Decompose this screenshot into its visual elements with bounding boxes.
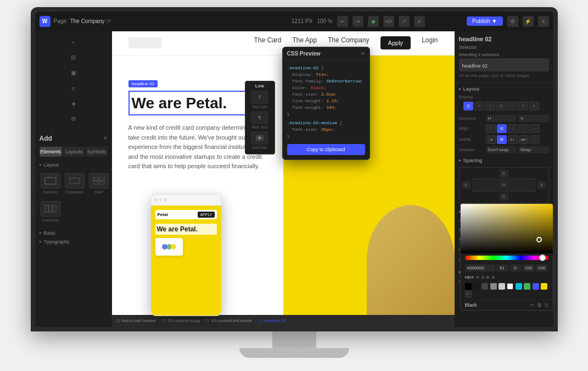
element-grid[interactable]: Grid [88, 171, 110, 197]
swatch-add[interactable]: + [465, 291, 472, 297]
element-columns[interactable]: Columns [40, 199, 61, 225]
link-item-text[interactable]: T Text Link [248, 91, 272, 109]
swatch-mid[interactable] [490, 283, 497, 290]
display-inline-btn[interactable]: ≡ [474, 102, 484, 110]
justify-center-btn[interactable]: ⊞ [497, 135, 507, 144]
publish-button[interactable]: Publish ▼ [467, 16, 502, 26]
swatch-green[interactable] [524, 283, 530, 290]
display-a2-btn[interactable]: a [529, 102, 539, 110]
align-base-btn[interactable]: — [530, 124, 540, 133]
a-mode-btn[interactable]: A [491, 275, 494, 280]
copy-to-clipboard-button[interactable]: Copy to clipboard [287, 144, 365, 155]
swatch-light[interactable] [499, 283, 505, 290]
settings-icon[interactable]: ⚙ [507, 16, 518, 27]
hex-input[interactable] [465, 264, 495, 272]
preview-btn[interactable]: ↗ [399, 16, 410, 27]
basic-section-header[interactable]: Basic [40, 230, 108, 236]
swatch-gray[interactable] [481, 283, 488, 290]
color-edit-btn[interactable]: ✏ [530, 302, 535, 308]
add-close-button[interactable]: ✕ [103, 135, 108, 141]
typography-section-header[interactable]: Typography [40, 239, 108, 245]
sidebar-layers-icon[interactable]: ⊞ [67, 51, 80, 64]
svg-rect-8 [53, 206, 56, 212]
hue-thumb[interactable] [539, 254, 546, 261]
breadcrumb-item-1[interactable]: ◻ halt-n-half-header [116, 318, 156, 323]
justify-start-btn[interactable]: |◀ [486, 135, 496, 144]
margin-right-val[interactable]: 0 [537, 181, 546, 189]
s-mode-btn[interactable]: S [481, 275, 484, 280]
share-btn[interactable]: </> [383, 16, 394, 27]
align-start-btn[interactable]: ⊤ [486, 124, 496, 133]
display-right-btn[interactable]: → [507, 102, 517, 110]
display-block-btn[interactable]: □ [485, 102, 495, 110]
element-section[interactable]: Section [40, 171, 61, 197]
link-item-youtube[interactable]: YouTube [248, 131, 272, 149]
a-value[interactable]: 100 [536, 264, 548, 272]
margin-top-val[interactable]: 0 [500, 170, 508, 178]
swatch-dark[interactable] [473, 283, 480, 290]
swatch-yellow[interactable] [541, 283, 547, 290]
display-grid-btn[interactable]: ⊞ [496, 102, 506, 110]
tab-layouts[interactable]: Layouts [63, 147, 85, 157]
bolt-icon[interactable]: ⚡ [523, 16, 534, 27]
color-copy-btn[interactable]: ◷ [544, 302, 548, 308]
sidebar-ecom-icon[interactable]: ◈ [67, 97, 80, 110]
element-container[interactable]: Container [64, 171, 86, 197]
display-flex-btn[interactable]: ⊡ [463, 102, 473, 110]
color-gradient[interactable] [461, 204, 553, 253]
swatch-teal[interactable] [516, 283, 522, 290]
direction-v-btn[interactable]: V [518, 115, 549, 122]
hex-mode-btn[interactable]: HEX [465, 275, 474, 280]
sidebar-settings-icon[interactable]: ⚙ [67, 113, 80, 126]
justify-between-btn[interactable]: |◀▶| [519, 135, 529, 144]
b-mode-btn[interactable]: B [486, 275, 489, 280]
margin-bottom-val[interactable]: 0 [500, 193, 508, 201]
font-btn[interactable]: A [414, 16, 425, 27]
sidebar-add-icon[interactable]: + [67, 36, 80, 49]
layout-section-header[interactable]: Layout [40, 162, 108, 168]
padding-top-val[interactable]: 0 [500, 181, 508, 189]
undo-btn[interactable]: ↩ [337, 16, 348, 27]
add-panel: Add ✕ Elements Layouts Symbols Layout [35, 130, 112, 327]
wrap-btn[interactable]: Wrap [518, 146, 549, 153]
link-item-rich[interactable]: ¶ Rich Text [248, 111, 272, 129]
popup-close-button[interactable]: ✕ [361, 51, 365, 57]
nav-cta-apply[interactable]: Apply [380, 36, 411, 49]
swatch-white[interactable] [507, 283, 513, 290]
nav-login[interactable]: Login [422, 36, 438, 49]
mobile-apply-btn[interactable]: APPLY [198, 212, 214, 218]
color-delete-btn[interactable]: 🗑 [537, 302, 542, 308]
right-panel-title: headline 02 [459, 36, 549, 42]
wf-logo-icon[interactable]: W [40, 16, 51, 27]
h-mode-btn[interactable]: H [476, 275, 479, 280]
nav-link-card[interactable]: The Card [254, 36, 281, 49]
sidebar-assets-icon[interactable]: ▣ [67, 67, 80, 80]
justify-around-btn[interactable]: ⁝ [530, 135, 540, 144]
tab-symbols[interactable]: Symbols [86, 147, 107, 157]
s-value[interactable]: 51 [496, 264, 508, 272]
swatch-blue[interactable] [533, 283, 539, 290]
h-value[interactable]: 0 [509, 264, 522, 272]
breadcrumb-item-3[interactable]: ◻ 00-content-left-inside [205, 318, 252, 323]
display-a-btn[interactable]: A [518, 102, 528, 110]
lightning-icon[interactable]: ≡ [538, 16, 549, 27]
breadcrumb-item-4[interactable]: ◻ headline 02 [258, 318, 286, 323]
align-stretch-btn[interactable]: ↕ [519, 124, 529, 133]
nowrap-btn[interactable]: Don't wrap [486, 146, 517, 153]
direction-h-btn[interactable]: H [486, 115, 517, 122]
align-center-btn[interactable]: ⊟ [497, 124, 507, 133]
margin-left-val[interactable]: 0 [462, 181, 471, 189]
justify-end-btn[interactable]: ▶| [508, 135, 518, 144]
redo-btn[interactable]: ↪ [352, 16, 363, 27]
tab-elements[interactable]: Elements [40, 147, 63, 157]
color-cursor[interactable] [536, 237, 542, 242]
sidebar-cms-icon[interactable]: ≡ [67, 82, 80, 95]
b-value[interactable]: 100 [523, 264, 535, 272]
align-end-btn[interactable]: ⊥ [508, 124, 518, 133]
swatch-black[interactable] [465, 283, 472, 290]
breadcrumb-item-2[interactable]: ◻ 00-content-hl-pg [162, 318, 199, 323]
code-btn[interactable]: ◉ [368, 16, 379, 27]
color-hue-slider[interactable] [465, 256, 548, 260]
selector-value-display[interactable]: headline 02 [462, 63, 488, 69]
mobile-nav: Petal APPLY [155, 210, 217, 219]
